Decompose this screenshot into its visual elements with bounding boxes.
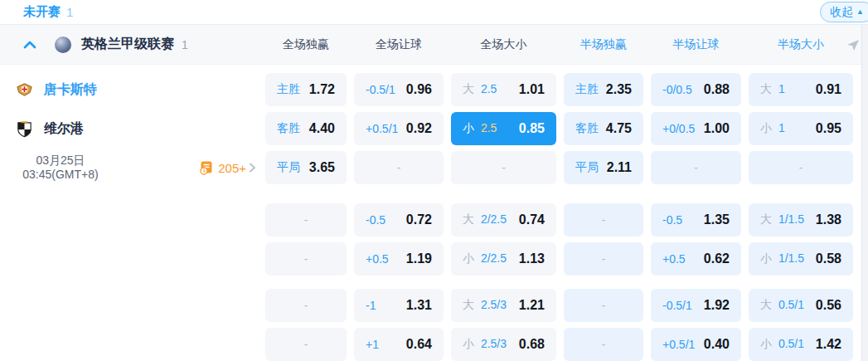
odds-cell-empty[interactable]: -: [265, 289, 347, 322]
odds-cell-overunder[interactable]: 小 1/1.50.58: [749, 242, 853, 276]
column-header-6: 半场大小: [749, 37, 853, 52]
ou-line: 1: [778, 121, 785, 134]
odds-cell[interactable]: +0.51.19: [354, 242, 444, 276]
column-header-3: 全场大小: [451, 37, 556, 52]
home-team-row[interactable]: 唐卡斯特: [0, 73, 258, 106]
odds-value: 1.92: [704, 298, 730, 313]
odds-cell[interactable]: 主胜2.35: [564, 73, 643, 106]
odds-cell-overunder[interactable]: 小 2.5/30.68: [451, 328, 556, 361]
odds-cell[interactable]: -0.50.72: [354, 203, 444, 237]
ou-prefix: 小: [760, 251, 775, 265]
pin-arrow-icon[interactable]: [846, 39, 860, 51]
odds-value: 1.13: [519, 251, 545, 266]
odds-value: 0.95: [816, 121, 841, 136]
odds-cell-empty[interactable]: -: [564, 203, 643, 237]
ou-line: 2.5/3: [481, 298, 507, 311]
odds-cell-overunder[interactable]: 大 1/1.51.38: [749, 203, 853, 237]
odds-cell[interactable]: -0.51.35: [651, 203, 741, 237]
odds-value: 0.64: [406, 337, 432, 352]
odds-label: +0/0.5: [662, 122, 695, 135]
ou-prefix: 大: [760, 212, 775, 226]
odds-cell-empty[interactable]: -: [564, 328, 643, 361]
league-info: 英格兰甲级联赛 1: [0, 36, 258, 53]
ou-prefix: 小: [463, 121, 478, 134]
odds-cell-empty[interactable]: -: [564, 289, 643, 322]
ou-prefix: 小: [760, 337, 775, 350]
odds-cell-overunder-selected[interactable]: 小 2.50.85: [451, 112, 556, 145]
more-markets-link[interactable]: 205+: [199, 160, 256, 175]
away-team-row[interactable]: 维尔港: [0, 112, 258, 145]
odds-cell-overunder[interactable]: 小 10.95: [749, 112, 853, 145]
odds-cell-overunder[interactable]: 小 0.5/11.42: [749, 328, 853, 361]
odds-cell[interactable]: +0.5/10.40: [651, 328, 741, 361]
odds-value: 1.42: [816, 337, 841, 352]
odds-label: -0.5: [662, 213, 682, 227]
odds-cell-overunder[interactable]: 大 0.5/10.56: [749, 289, 853, 322]
odds-value: 0.56: [816, 298, 841, 313]
odds-cell[interactable]: -0.5/11.92: [651, 289, 741, 322]
odds-cell-overunder[interactable]: 大 10.91: [749, 73, 853, 106]
odds-cell-empty[interactable]: -: [564, 242, 643, 276]
away-team-badge-icon: [15, 120, 34, 139]
odds-cell-empty[interactable]: -: [749, 151, 853, 184]
odds-cell-empty[interactable]: -: [265, 328, 347, 361]
ou-line: 2/2.5: [481, 251, 507, 265]
odds-value: 0.68: [519, 337, 545, 352]
odds-board: 唐卡斯特主胜1.72-0.5/10.96大 2.51.01主胜2.35-0/0.…: [0, 65, 868, 361]
tab-not-started[interactable]: 未开赛: [23, 4, 61, 20]
ou-prefix: 小: [760, 121, 775, 134]
column-header-1: 全场独赢: [265, 37, 347, 52]
ou-line: 0.5/1: [778, 337, 804, 350]
odds-cell[interactable]: 平局2.11: [564, 151, 643, 184]
odds-cell[interactable]: 平局3.65: [265, 151, 347, 184]
odds-label: -0.5: [366, 213, 386, 227]
odds-group-3: --11.31大 2.5/31.21--0.5/11.92大 0.5/10.56…: [0, 289, 868, 361]
odds-cell-overunder[interactable]: 小 2/2.51.13: [451, 242, 556, 276]
odds-value: 4.40: [309, 121, 335, 136]
odds-value: 1.38: [816, 212, 841, 227]
odds-cell-empty[interactable]: -: [354, 151, 444, 184]
collapse-button-label: 收起: [830, 5, 853, 20]
league-header-row: 英格兰甲级联赛 1 全场独赢全场让球全场大小半场独赢半场让球半场大小: [0, 25, 868, 65]
odds-value: 1.01: [519, 82, 545, 97]
odds-label: 主胜: [277, 82, 300, 97]
odds-cell[interactable]: +10.64: [354, 328, 444, 361]
odds-cell[interactable]: 主胜1.72: [265, 73, 347, 106]
odds-cell-empty[interactable]: -: [451, 151, 556, 184]
league-logo-icon: [55, 37, 71, 53]
odds-cell-overunder[interactable]: 大 2.51.01: [451, 73, 556, 106]
match-meta-row: 03月25日03:45(GMT+8)205+: [0, 151, 258, 184]
collapse-button[interactable]: 收起 ▲: [820, 2, 868, 22]
odds-label: -0.5/1: [366, 83, 395, 96]
league-name[interactable]: 英格兰甲级联赛: [81, 36, 174, 53]
right-edge-strip: [861, 25, 868, 361]
chevron-up-icon[interactable]: [23, 41, 36, 49]
odds-value: 0.92: [406, 121, 432, 136]
odds-cell[interactable]: +0.5/10.92: [354, 112, 444, 145]
odds-label: +0.5: [662, 252, 686, 266]
odds-cell[interactable]: -11.31: [354, 289, 444, 322]
ou-prefix: 小: [463, 337, 478, 350]
ou-line: 1/1.5: [778, 212, 804, 226]
odds-cell-empty[interactable]: -: [265, 203, 347, 237]
odds-label: 平局: [575, 160, 599, 175]
odds-label: +0.5/1: [662, 338, 695, 351]
odds-label: 客胜: [277, 121, 300, 136]
odds-cell-empty[interactable]: -: [265, 242, 347, 276]
odds-cell-overunder[interactable]: 大 2.5/31.21: [451, 289, 556, 322]
odds-cell[interactable]: 客胜4.40: [265, 112, 347, 145]
odds-cell[interactable]: -0.5/10.96: [354, 73, 444, 106]
away-team-name: 维尔港: [44, 120, 84, 138]
odds-cell[interactable]: -0/0.50.88: [651, 73, 741, 106]
info-spacer: [0, 242, 258, 276]
odds-value: 1.19: [406, 251, 432, 266]
ou-line: 1: [778, 82, 785, 95]
odds-cell[interactable]: +0.50.62: [651, 242, 741, 276]
odds-cell[interactable]: 客胜4.75: [564, 112, 643, 145]
odds-cell-empty[interactable]: -: [651, 151, 741, 184]
ou-line: 2/2.5: [481, 212, 507, 226]
odds-cell[interactable]: +0/0.51.00: [651, 112, 741, 145]
odds-cell-overunder[interactable]: 大 2/2.50.74: [451, 203, 556, 237]
odds-label: 主胜: [575, 82, 599, 97]
info-spacer: [0, 328, 258, 361]
